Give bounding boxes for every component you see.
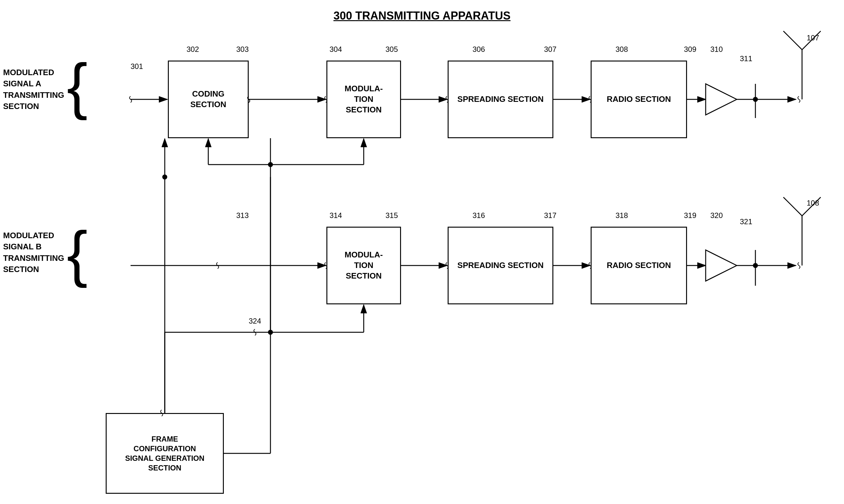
ref-307: 307 xyxy=(544,45,556,54)
junction-to-coding xyxy=(268,162,273,167)
title-underline: 300 xyxy=(333,9,352,22)
brace-a: { xyxy=(67,51,88,120)
ref-108: 108 xyxy=(807,199,819,208)
junction-coding xyxy=(162,175,167,179)
svg-line-23 xyxy=(783,197,802,216)
ref-316: 316 xyxy=(472,211,485,220)
amplifier-b xyxy=(706,250,737,281)
ref-303: 303 xyxy=(236,45,249,54)
amplifier-a xyxy=(706,84,737,115)
ref-315: 315 xyxy=(385,211,398,220)
ref-306: 306 xyxy=(472,45,485,54)
ref-301: 301 xyxy=(131,62,143,71)
radio-a-block: RADIO SECTION xyxy=(591,60,687,138)
title-text: TRANSMITTING APPARATUS xyxy=(355,9,511,22)
ref-313: 313 xyxy=(236,211,249,220)
junction-b xyxy=(753,263,758,268)
frame-config-block: FRAME CONFIGURATION SIGNAL GENERATION SE… xyxy=(106,413,224,494)
ref-320: 320 xyxy=(710,211,723,220)
ref-318: 318 xyxy=(616,211,628,220)
ref-310: 310 xyxy=(710,45,723,54)
spreading-b-block: SPREADING SECTION xyxy=(448,227,553,304)
signal-b-label: MODULATED SIGNAL B TRANSMITTING SECTION xyxy=(3,230,65,275)
ref-319: 319 xyxy=(684,211,696,220)
ref-314: 314 xyxy=(329,211,342,220)
ref-317: 317 xyxy=(544,211,556,220)
ref-302: 302 xyxy=(187,45,199,54)
modulation-a-block: MODULA- TION SECTION xyxy=(326,60,401,138)
junction-a xyxy=(753,97,758,102)
ref-324: 324 xyxy=(249,317,261,325)
spreading-a-block: SPREADING SECTION xyxy=(448,60,553,138)
diagram: 300 TRANSMITTING APPARATUS 302 303 304 3… xyxy=(0,0,844,504)
ref-321: 321 xyxy=(740,217,752,226)
svg-line-12 xyxy=(783,31,802,50)
radio-b-block: RADIO SECTION xyxy=(591,227,687,304)
ref-308: 308 xyxy=(616,45,628,54)
ref-311: 311 xyxy=(740,54,752,63)
signal-a-label: MODULATED SIGNAL A TRANSMITTING SECTION xyxy=(3,67,65,112)
ref-309: 309 xyxy=(684,45,696,54)
coding-section-block: CODING SECTION xyxy=(168,60,249,138)
page-title: 300 TRANSMITTING APPARATUS xyxy=(333,9,511,22)
junction-to-modulation-b xyxy=(268,330,273,335)
modulation-b-block: MODULA- TION SECTION xyxy=(326,227,401,304)
brace-b: { xyxy=(67,219,88,288)
ref-107: 107 xyxy=(807,34,819,42)
ref-304: 304 xyxy=(329,45,342,54)
ref-305: 305 xyxy=(385,45,398,54)
